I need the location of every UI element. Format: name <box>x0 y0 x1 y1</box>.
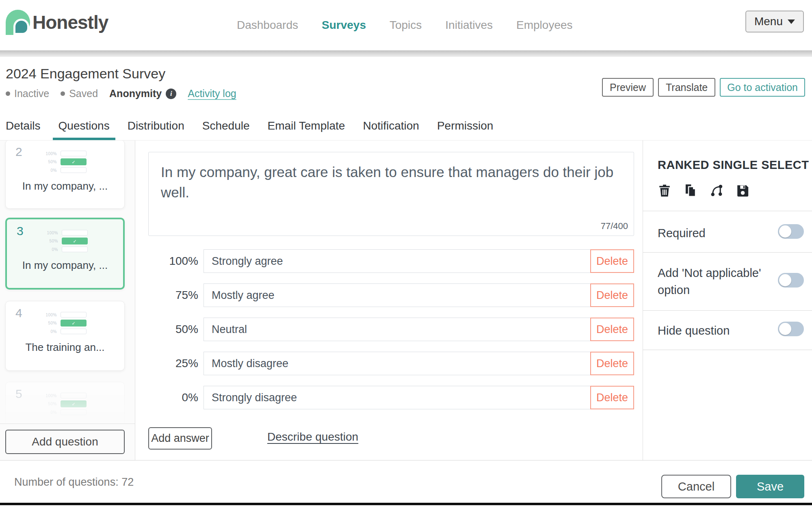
nav-item-surveys[interactable]: Surveys <box>322 19 366 32</box>
panel-divider <box>643 211 812 211</box>
answer-percent-label: 100% <box>143 249 198 273</box>
delete-answer-button[interactable]: Delete <box>590 352 634 375</box>
status-inactive: Inactive <box>6 88 49 99</box>
question-actions-toolbar <box>657 183 750 198</box>
describe-question-link[interactable]: Describe question <box>267 430 358 443</box>
activity-log-link[interactable]: Activity log <box>188 88 236 99</box>
answer-scale-thumbnail: 100% 50% 0% <box>42 312 87 334</box>
panel-divider <box>643 350 812 350</box>
answer-text-input[interactable]: Mostly agree <box>204 283 634 307</box>
not-applicable-label: Add 'Not applicable' option <box>658 264 784 298</box>
delete-answer-button[interactable]: Delete <box>590 283 634 307</box>
tab-notification[interactable]: Notification <box>357 114 425 140</box>
question-editor: In my company, great care is taken to en… <box>135 141 643 461</box>
question-text-input[interactable]: In my company, great care is taken to en… <box>148 152 634 236</box>
answer-scale-thumbnail: 100% 50% 0% <box>42 151 87 173</box>
answer-row-25: 25% Mostly disagree Delete <box>135 352 643 375</box>
check-icon <box>62 238 88 244</box>
footer-bar: Number of questions: 72 Cancel Save <box>0 460 812 503</box>
branch-icon[interactable] <box>709 183 724 198</box>
chevron-down-icon <box>788 19 795 24</box>
save-icon[interactable] <box>735 183 750 198</box>
nav-item-employees[interactable]: Employees <box>516 19 573 32</box>
top-nav: Honestly Dashboards Surveys Topics Initi… <box>0 0 812 50</box>
question-settings-panel: RANKED SINGLE SELECT <box>643 141 812 461</box>
status-dot-icon <box>61 91 65 96</box>
tab-distribution[interactable]: Distribution <box>122 114 190 140</box>
answer-row-75: 75% Mostly agree Delete <box>135 283 643 307</box>
tab-schedule[interactable]: Schedule <box>197 114 256 140</box>
answer-row-0: 0% Strongly disagree Delete <box>135 386 643 409</box>
question-card-label: In my company, ... <box>6 180 124 192</box>
question-card-5[interactable]: 5 100% 50% 0% <box>5 382 125 424</box>
panel-divider <box>643 252 812 253</box>
tab-details[interactable]: Details <box>0 114 46 140</box>
cancel-button[interactable]: Cancel <box>661 475 731 498</box>
question-number: 3 <box>17 224 24 238</box>
required-toggle[interactable] <box>778 224 804 239</box>
hide-question-toggle[interactable] <box>778 322 804 336</box>
go-to-activation-button[interactable]: Go to activation <box>720 78 805 97</box>
brand[interactable]: Honestly <box>6 10 108 35</box>
check-icon <box>61 320 87 327</box>
question-card-label: The training an... <box>6 341 124 354</box>
primary-nav: Dashboards Surveys Topics Initiatives Em… <box>237 0 573 50</box>
question-list-scroll[interactable]: 2 100% 50% 0% In my company, ... 3 100% … <box>0 141 134 424</box>
question-card-2[interactable]: 2 100% 50% 0% In my company, ... <box>5 141 125 209</box>
answer-row-100: 100% Strongly agree Delete <box>135 249 643 273</box>
answer-text-input[interactable]: Strongly agree <box>204 249 634 273</box>
nav-item-initiatives[interactable]: Initiatives <box>445 19 493 32</box>
question-list-sidebar: 2 100% 50% 0% In my company, ... 3 100% … <box>0 141 135 461</box>
page-title: 2024 Engagement Survey <box>6 66 165 82</box>
add-answer-button[interactable]: Add answer <box>148 427 212 450</box>
honestly-logo-icon <box>6 10 30 35</box>
panel-divider <box>643 310 812 311</box>
delete-answer-button[interactable]: Delete <box>590 249 634 273</box>
survey-header: 2024 Engagement Survey Inactive Saved An… <box>0 57 812 114</box>
tab-email-template[interactable]: Email Template <box>262 114 351 140</box>
answer-row-50: 50% Neutral Delete <box>135 318 643 341</box>
question-card-4[interactable]: 4 100% 50% 0% The training an... <box>5 301 125 371</box>
nav-item-dashboards[interactable]: Dashboards <box>237 19 298 32</box>
delete-answer-button[interactable]: Delete <box>590 318 634 341</box>
preview-button[interactable]: Preview <box>602 78 654 97</box>
answer-text-input[interactable]: Mostly disagree <box>204 352 634 375</box>
survey-tabs: Details Questions Distribution Schedule … <box>0 114 812 140</box>
answer-percent-label: 0% <box>143 386 198 409</box>
info-icon[interactable]: i <box>166 89 176 99</box>
tab-permission[interactable]: Permission <box>431 114 499 140</box>
save-button[interactable]: Save <box>736 475 804 498</box>
question-number: 5 <box>15 387 22 401</box>
content-area: 2 100% 50% 0% In my company, ... 3 100% … <box>0 140 812 460</box>
char-counter: 77/400 <box>601 220 628 232</box>
question-count: Number of questions: 72 <box>14 476 134 489</box>
status-dot-icon <box>6 91 10 96</box>
answer-text-input[interactable]: Neutral <box>204 318 634 341</box>
app-root: Honestly Dashboards Surveys Topics Initi… <box>0 0 812 506</box>
duplicate-icon[interactable] <box>683 183 698 198</box>
answer-percent-label: 75% <box>143 283 198 307</box>
required-label: Required <box>658 227 706 240</box>
nav-divider-band <box>0 50 812 57</box>
answer-text-input[interactable]: Strongly disagree <box>204 386 634 409</box>
nav-item-topics[interactable]: Topics <box>390 19 422 32</box>
trash-icon[interactable] <box>657 183 672 198</box>
menu-button[interactable]: Menu <box>745 11 804 32</box>
translate-button[interactable]: Translate <box>658 78 715 97</box>
add-question-button[interactable]: Add question <box>5 430 125 454</box>
answer-percent-label: 50% <box>143 318 198 341</box>
answer-percent-label: 25% <box>143 352 198 375</box>
answer-scale-thumbnail: 100% 50% 0% <box>43 230 88 252</box>
question-number: 2 <box>15 145 22 159</box>
anonymity-label: Anonymity i <box>109 88 176 99</box>
question-card-label: In my company, ... <box>7 259 123 272</box>
delete-answer-button[interactable]: Delete <box>590 386 634 409</box>
question-card-3-selected[interactable]: 3 100% 50% 0% In my company, ... <box>5 218 125 290</box>
not-applicable-toggle[interactable] <box>778 273 804 288</box>
answer-scale-thumbnail: 100% 50% 0% <box>42 393 87 415</box>
sidebar-divider <box>0 424 135 424</box>
tab-questions[interactable]: Questions <box>53 114 115 140</box>
brand-name: Honestly <box>32 11 108 33</box>
status-saved: Saved <box>61 88 98 99</box>
header-buttons: Preview Translate Go to activation <box>602 78 805 97</box>
